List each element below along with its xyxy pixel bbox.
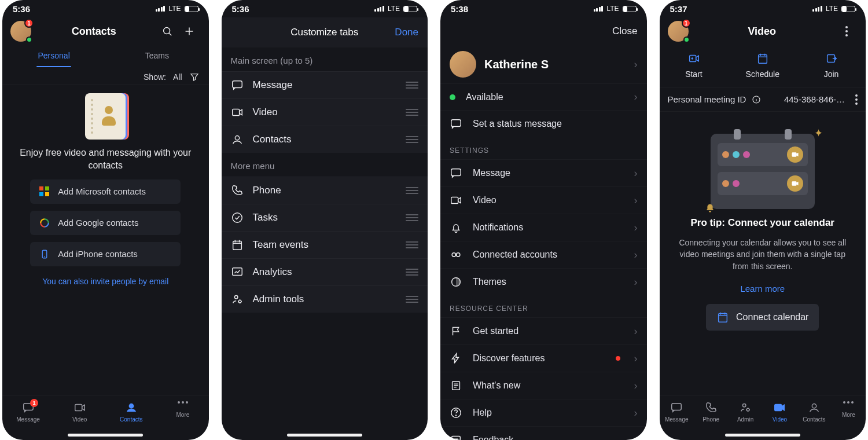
presence-dot (26, 36, 32, 43)
row-label: Notifications (473, 222, 624, 233)
bell-icon (450, 221, 462, 234)
home-indicator[interactable] (68, 434, 143, 437)
drag-handle[interactable] (406, 109, 418, 116)
add-button[interactable] (178, 20, 200, 42)
rc-whats-new[interactable]: What's new› (440, 372, 647, 399)
network-label: LTE (168, 5, 181, 13)
row-label: What's new (473, 380, 624, 391)
pmi-value: 445-368-846-… (784, 94, 845, 104)
drag-handle[interactable] (406, 214, 418, 221)
tab-row-phone[interactable]: Phone (222, 177, 428, 204)
start-meeting-button[interactable]: Start (660, 45, 729, 87)
drag-handle[interactable] (406, 269, 418, 276)
overflow-button[interactable] (836, 20, 858, 42)
nav-contacts[interactable]: Contacts (105, 401, 157, 423)
rc-help[interactable]: Help› (440, 399, 647, 426)
profile-row[interactable]: Katherine S › (440, 45, 647, 83)
avatar (450, 51, 476, 78)
drag-handle[interactable] (406, 187, 418, 194)
settings-notifications[interactable]: Notifications› (440, 214, 647, 241)
close-button[interactable]: Close (612, 25, 637, 37)
connect-calendar-button[interactable]: Connect calendar (706, 304, 819, 331)
row-label: Phone (253, 185, 397, 196)
add-iphone-contacts-button[interactable]: Add iPhone contacts (30, 242, 181, 266)
tab-personal[interactable]: Personal (2, 45, 105, 67)
avatar-button[interactable]: 1 (668, 21, 689, 42)
nav-label: More (842, 412, 855, 418)
schedule-meeting-button[interactable]: Schedule (728, 45, 797, 87)
add-google-contacts-button[interactable]: Add Google contacts (30, 211, 181, 235)
iphone-icon (39, 249, 50, 259)
nav-label: Contacts (803, 416, 825, 423)
chevron-right-icon: › (634, 380, 638, 392)
battery-icon (185, 6, 198, 12)
personal-meeting-id-row[interactable]: Personal meeting ID 445-368-846-… (660, 87, 866, 112)
presence-dot (450, 94, 455, 100)
tab-row-video[interactable]: Video (222, 98, 428, 126)
nav-contacts[interactable]: Contacts (797, 401, 831, 423)
theme-icon (450, 276, 462, 288)
settings-video[interactable]: Video› (440, 186, 647, 214)
settings-connected-accounts[interactable]: Connected accounts› (440, 241, 647, 268)
tab-row-team-events[interactable]: Team events (222, 231, 428, 258)
home-indicator[interactable] (287, 434, 362, 437)
row-label: Analytics (253, 266, 397, 278)
nav-message[interactable]: 1 Message (2, 401, 54, 423)
learn-more-link[interactable]: Learn more (740, 284, 785, 294)
row-label: Discover features (473, 353, 605, 364)
tab-teams[interactable]: Teams (105, 45, 208, 67)
settings-themes[interactable]: Themes› (440, 268, 647, 295)
invite-by-email-link[interactable]: You can also invite people by email (42, 277, 168, 286)
info-icon[interactable] (752, 95, 761, 104)
action-label: Join (824, 69, 839, 79)
nav-message[interactable]: Message (660, 401, 694, 423)
signal-icon (812, 6, 822, 12)
video-icon (231, 106, 244, 119)
show-value[interactable]: All (173, 72, 182, 82)
row-label: Message (473, 168, 624, 178)
tasks-icon (231, 211, 244, 224)
nav-phone[interactable]: Phone (694, 401, 728, 423)
tab-row-analytics[interactable]: Analytics (222, 258, 428, 285)
tab-row-contacts[interactable]: Contacts (222, 126, 428, 153)
rc-discover-features[interactable]: Discover features› (440, 344, 647, 372)
done-button[interactable]: Done (395, 27, 418, 38)
drag-handle[interactable] (406, 82, 418, 89)
home-indicator[interactable] (725, 434, 800, 437)
search-button[interactable] (156, 20, 178, 42)
avatar-button[interactable]: 1 (10, 21, 31, 42)
rc-get-started[interactable]: Get started› (440, 317, 647, 344)
join-meeting-button[interactable]: Join (797, 45, 866, 87)
option-label: Add Google contacts (58, 218, 138, 228)
nav-admin[interactable]: Admin (728, 401, 762, 423)
rc-feedback[interactable]: Feedback (440, 426, 647, 440)
drag-handle[interactable] (406, 136, 418, 143)
chevron-right-icon: › (634, 249, 638, 261)
nav-video[interactable]: Video (54, 401, 105, 423)
contacts-icon (231, 133, 244, 146)
add-microsoft-contacts-button[interactable]: Add Microsoft contacts (30, 179, 181, 204)
row-label: Message (253, 79, 397, 91)
pmi-more-button[interactable] (855, 98, 858, 101)
nav-video[interactable]: Video (763, 401, 797, 423)
filter-button[interactable] (189, 72, 200, 82)
drag-handle[interactable] (406, 241, 418, 248)
nav-more[interactable]: More (832, 401, 866, 418)
nav-more[interactable]: More (157, 401, 208, 418)
status-message-row[interactable]: Set a status message (440, 110, 647, 137)
row-label: Video (473, 195, 624, 206)
more-icon (182, 401, 184, 404)
drag-handle[interactable] (406, 296, 418, 303)
nav-label: More (176, 412, 190, 418)
sheet-title: Customize tabs (290, 27, 358, 38)
tab-row-message[interactable]: Message (222, 71, 428, 98)
tab-row-tasks[interactable]: Tasks (222, 204, 428, 231)
settings-message[interactable]: Message› (440, 159, 647, 186)
status-bar: 5:36 LTE (222, 0, 428, 17)
avatar-badge: 1 (682, 19, 691, 28)
presence-row[interactable]: Available › (440, 83, 647, 110)
section-header-settings: SETTINGS (440, 137, 647, 159)
tab-row-admin-tools[interactable]: Admin tools (222, 285, 428, 313)
action-label: Schedule (746, 69, 779, 79)
sheet-header: Customize tabs Done (222, 17, 428, 47)
